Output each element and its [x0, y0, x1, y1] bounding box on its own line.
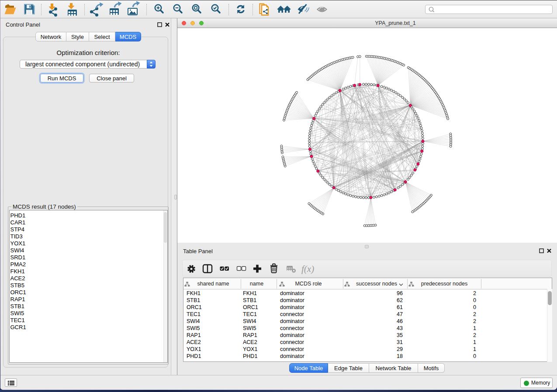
svg-text:f(x): f(x) [301, 264, 314, 274]
